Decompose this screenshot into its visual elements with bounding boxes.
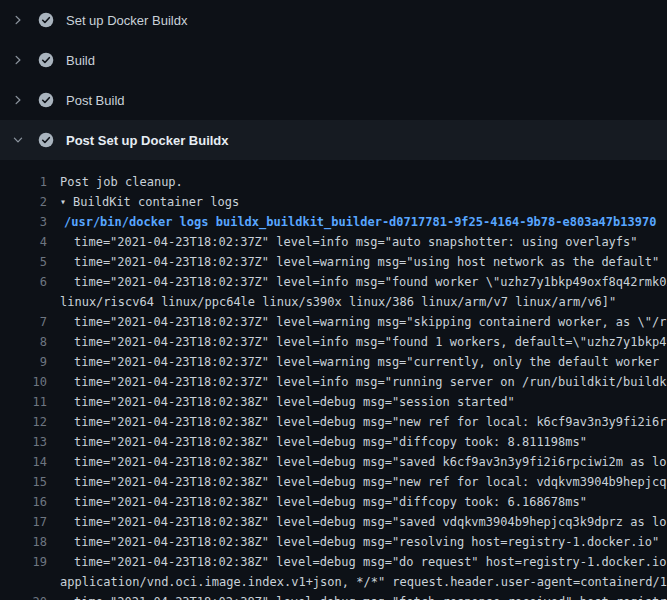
log-line: 5 time="2021-04-23T18:02:37Z" level=warn… — [0, 252, 667, 272]
line-number[interactable]: 9 — [0, 352, 47, 372]
line-number[interactable]: 16 — [0, 492, 47, 512]
log-text: time="2021-04-23T18:02:37Z" level=info m… — [74, 332, 667, 352]
step-list: Set up Docker Buildx Build P — [0, 0, 667, 160]
line-number[interactable]: 17 — [0, 512, 47, 532]
log-text: time="2021-04-23T18:02:38Z" level=debug … — [74, 412, 667, 432]
log-text: BuildKit container logs — [73, 192, 239, 212]
log-text: time="2021-04-23T18:02:38Z" level=debug … — [74, 432, 587, 452]
check-circle-icon — [38, 92, 54, 108]
line-number[interactable]: 8 — [0, 332, 47, 352]
log-line: linux/riscv64 linux/ppc64le linux/s390x … — [0, 292, 667, 312]
section-build[interactable]: Build — [0, 40, 667, 80]
log-text: time="2021-04-23T18:02:38Z" level=debug … — [74, 392, 515, 412]
chevron-right-icon[interactable] — [12, 12, 30, 28]
log-command-line: 3 /usr/bin/docker logs buildx_buildkit_b… — [0, 212, 667, 232]
log-text: time="2021-04-23T18:02:38Z" level=debug … — [74, 512, 667, 532]
section-label: Post Build — [66, 93, 125, 108]
log-text: time="2021-04-23T18:02:37Z" level=info m… — [74, 372, 667, 392]
line-number[interactable]: 14 — [0, 452, 47, 472]
line-number[interactable]: 7 — [0, 312, 47, 332]
line-number[interactable]: 18 — [0, 532, 47, 552]
section-post-build[interactable]: Post Build — [0, 80, 667, 120]
log-line: 9 time="2021-04-23T18:02:37Z" level=warn… — [0, 352, 667, 372]
log-line: 17 time="2021-04-23T18:02:38Z" level=deb… — [0, 512, 667, 532]
section-label: Set up Docker Buildx — [66, 13, 187, 28]
log-line: 6 time="2021-04-23T18:02:37Z" level=info… — [0, 272, 667, 292]
log-text: time="2021-04-23T18:02:38Z" level=debug … — [74, 492, 587, 512]
log-line: 18 time="2021-04-23T18:02:38Z" level=deb… — [0, 532, 667, 552]
log-text: application/vnd.oci.image.index.v1+json,… — [60, 572, 667, 592]
section-label: Post Set up Docker Buildx — [66, 133, 229, 148]
line-number[interactable]: 20 — [0, 592, 47, 600]
section-label: Build — [66, 53, 95, 68]
log-text: time="2021-04-23T18:02:38Z" level=debug … — [74, 452, 667, 472]
log-viewer: 1 Post job cleanup. 2 ▾BuildKit containe… — [0, 160, 667, 600]
check-circle-icon — [38, 12, 54, 28]
line-number[interactable]: 12 — [0, 412, 47, 432]
log-text: linux/riscv64 linux/ppc64le linux/s390x … — [60, 292, 616, 312]
log-line: 8 time="2021-04-23T18:02:37Z" level=info… — [0, 332, 667, 352]
log-text: time="2021-04-23T18:02:38Z" level=debug … — [74, 472, 667, 492]
group-disclosure-icon[interactable]: ▾ — [60, 192, 66, 212]
log-text: time="2021-04-23T18:02:38Z" level=debug … — [74, 552, 667, 572]
line-number[interactable]: 10 — [0, 372, 47, 392]
log-text: time="2021-04-23T18:02:37Z" level=info m… — [74, 232, 638, 252]
log-text: time="2021-04-23T18:02:37Z" level=warnin… — [74, 352, 667, 372]
log-text: /usr/bin/docker logs buildx_buildkit_bui… — [64, 212, 656, 232]
log-line: application/vnd.oci.image.index.v1+json,… — [0, 572, 667, 592]
line-number[interactable]: 13 — [0, 432, 47, 452]
section-set-up-docker-buildx[interactable]: Set up Docker Buildx — [0, 0, 667, 40]
line-number[interactable]: 5 — [0, 252, 47, 272]
log-text: Post job cleanup. — [60, 172, 183, 192]
log-line: 11 time="2021-04-23T18:02:38Z" level=deb… — [0, 392, 667, 412]
log-line: 13 time="2021-04-23T18:02:38Z" level=deb… — [0, 432, 667, 452]
log-lines: 1 Post job cleanup. 2 ▾BuildKit containe… — [0, 172, 667, 600]
check-circle-icon — [38, 52, 54, 68]
line-number[interactable]: 2 — [0, 192, 47, 212]
chevron-down-icon[interactable] — [12, 132, 30, 148]
log-text: time="2021-04-23T18:02:38Z" level=debug … — [74, 532, 659, 552]
log-line: 19 time="2021-04-23T18:02:38Z" level=deb… — [0, 552, 667, 572]
line-number[interactable]: 4 — [0, 232, 47, 252]
log-line: 7 time="2021-04-23T18:02:37Z" level=warn… — [0, 312, 667, 332]
log-line: 4 time="2021-04-23T18:02:37Z" level=info… — [0, 232, 667, 252]
log-text: time="2021-04-23T18:02:37Z" level=warnin… — [74, 312, 667, 332]
log-text: time="2021-04-23T18:02:37Z" level=warnin… — [74, 252, 659, 272]
line-number[interactable]: 6 — [0, 272, 47, 292]
section-post-set-up-docker-buildx[interactable]: Post Set up Docker Buildx — [0, 120, 667, 160]
log-line: 16 time="2021-04-23T18:02:38Z" level=deb… — [0, 492, 667, 512]
line-number[interactable] — [0, 572, 47, 592]
line-number[interactable]: 15 — [0, 472, 47, 492]
line-number[interactable]: 1 — [0, 172, 47, 192]
log-line: 1 Post job cleanup. — [0, 172, 667, 192]
log-line: 15 time="2021-04-23T18:02:38Z" level=deb… — [0, 472, 667, 492]
check-circle-icon — [38, 132, 54, 148]
chevron-right-icon[interactable] — [12, 92, 30, 108]
log-text: time="2021-04-23T18:02:37Z" level=info m… — [74, 272, 667, 292]
chevron-right-icon[interactable] — [12, 52, 30, 68]
log-group-toggle[interactable]: 2 ▾BuildKit container logs — [0, 192, 667, 212]
log-line: 12 time="2021-04-23T18:02:38Z" level=deb… — [0, 412, 667, 432]
log-text: time="2021-04-23T18:02:38Z" level=debug … — [74, 592, 667, 600]
log-line: 14 time="2021-04-23T18:02:38Z" level=deb… — [0, 452, 667, 472]
log-line: 20 time="2021-04-23T18:02:38Z" level=deb… — [0, 592, 667, 600]
line-number[interactable]: 19 — [0, 552, 47, 572]
line-number[interactable]: 3 — [0, 212, 47, 232]
line-number[interactable]: 11 — [0, 392, 47, 412]
line-number[interactable] — [0, 292, 47, 312]
log-line: 10 time="2021-04-23T18:02:37Z" level=inf… — [0, 372, 667, 392]
